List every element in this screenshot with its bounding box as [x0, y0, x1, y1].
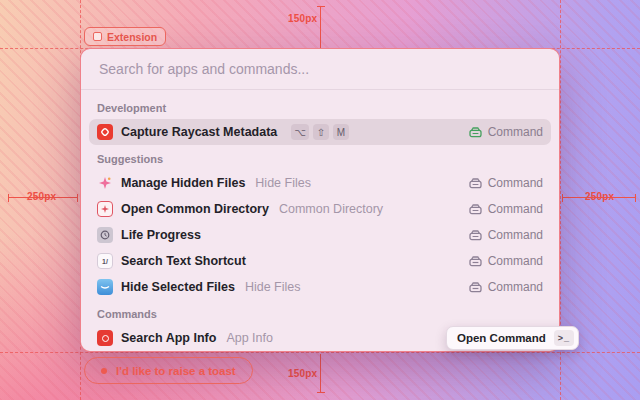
app-info-icon	[97, 330, 113, 346]
accessory: Command	[469, 280, 543, 294]
accessory-label: Command	[488, 176, 543, 190]
search-input[interactable]	[97, 60, 543, 78]
screenshot-stage: 250px 250px 150px 150px Extension I'd li…	[0, 0, 640, 400]
keycap: ⇧	[313, 124, 329, 140]
measure-right-label: 250px	[585, 191, 614, 202]
command-row[interactable]: Open Common DirectoryCommon DirectoryCom…	[89, 196, 551, 222]
command-type-icon	[469, 127, 482, 138]
command-type-icon	[469, 204, 482, 215]
text-shortcut-icon: 1/	[97, 253, 113, 269]
accessory: Command	[469, 125, 543, 139]
star-red-icon	[97, 201, 113, 217]
measure-left-label: 250px	[27, 191, 56, 202]
command-row[interactable]: 1/Search Text ShortcutCommand	[89, 248, 551, 274]
command-title: Capture Raycast Metadata	[121, 125, 277, 139]
command-title: Life Progress	[121, 228, 201, 242]
command-type-icon	[469, 178, 482, 189]
accessory-label: Command	[488, 125, 543, 139]
toast-label: I'd like to raise a toast	[116, 365, 236, 377]
command-row[interactable]: Manage Hidden FilesHide FilesCommand	[89, 170, 551, 196]
command-type-icon	[469, 230, 482, 241]
command-title: Hide Selected Files	[121, 280, 235, 294]
guide-line-bottom	[0, 352, 640, 353]
results-list: DevelopmentCapture Raycast Metadata⌥⇧MCo…	[81, 90, 559, 352]
section-header: Commands	[89, 300, 551, 325]
command-title: Search App Info	[121, 331, 216, 345]
command-row[interactable]: Random Bing WallpaperCommand	[89, 351, 551, 352]
command-type-icon	[469, 256, 482, 267]
command-subtitle: Hide Files	[255, 176, 311, 190]
accessory: Command	[469, 228, 543, 242]
command-title: Manage Hidden Files	[121, 176, 245, 190]
section-header: Suggestions	[89, 145, 551, 170]
command-row[interactable]: Capture Raycast Metadata⌥⇧MCommand	[89, 119, 551, 145]
section-header: Development	[89, 94, 551, 119]
measure-top-label: 150px	[288, 13, 317, 24]
command-type-icon	[469, 282, 482, 293]
extension-badge-label: Extension	[107, 31, 157, 43]
accessory-label: Command	[488, 280, 543, 294]
toast-annotation: I'd like to raise a toast	[84, 357, 253, 384]
open-command-label: Open Command	[457, 332, 546, 344]
command-row[interactable]: Life ProgressCommand	[89, 222, 551, 248]
command-title: Open Common Directory	[121, 202, 269, 216]
command-title: Search Text Shortcut	[121, 254, 246, 268]
keycap: M	[333, 124, 349, 140]
accessory-label: Command	[488, 254, 543, 268]
raycast-red-icon	[97, 124, 113, 140]
keycap: ⌥	[291, 124, 309, 140]
search-bar	[81, 49, 559, 89]
accessory: Command	[469, 176, 543, 190]
sparkle-pink-icon	[97, 175, 113, 191]
measure-bottom-label: 150px	[288, 368, 317, 379]
checkbox-icon	[93, 32, 102, 41]
open-command-bar[interactable]: Open Command >_	[446, 326, 579, 350]
accessory-label: Command	[488, 228, 543, 242]
shortcut-keys: ⌥⇧M	[291, 124, 349, 140]
accessory-label: Command	[488, 202, 543, 216]
hide-files-icon	[97, 279, 113, 295]
command-row[interactable]: Hide Selected FilesHide FilesCommand	[89, 274, 551, 300]
enter-key-icon: >_	[554, 330, 574, 346]
command-subtitle: App Info	[226, 331, 273, 345]
accessory: Command	[469, 202, 543, 216]
raycast-panel: DevelopmentCapture Raycast Metadata⌥⇧MCo…	[80, 48, 560, 352]
clock-icon	[97, 227, 113, 243]
accessory: Command	[469, 254, 543, 268]
command-subtitle: Common Directory	[279, 202, 383, 216]
bullet-dot-icon	[101, 368, 107, 374]
extension-badge[interactable]: Extension	[84, 27, 166, 46]
command-subtitle: Hide Files	[245, 280, 301, 294]
